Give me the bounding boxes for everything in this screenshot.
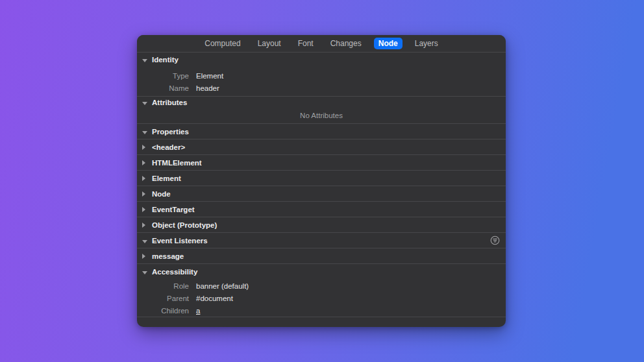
accessibility-parent-row: Parent #document bbox=[137, 292, 506, 304]
chevron-right-icon bbox=[142, 159, 148, 167]
tab-computed[interactable]: Computed bbox=[200, 38, 245, 49]
event-listener-row-message[interactable]: message bbox=[137, 248, 506, 263]
property-row-header-element[interactable]: <header> bbox=[137, 139, 506, 154]
tab-layers[interactable]: Layers bbox=[410, 38, 443, 49]
details-tabbar: Computed Layout Font Changes Node Layers bbox=[137, 35, 506, 53]
chevron-down-icon bbox=[142, 56, 148, 64]
row-label: Object (Prototype) bbox=[152, 221, 217, 229]
section-header-attributes[interactable]: Attributes bbox=[137, 96, 506, 108]
type-label: Type bbox=[137, 72, 189, 80]
identity-content: Type Element Name header bbox=[137, 67, 506, 96]
parent-value: #document bbox=[196, 295, 233, 302]
property-row-node[interactable]: Node bbox=[137, 186, 506, 201]
tab-node[interactable]: Node bbox=[374, 38, 402, 49]
row-label: Node bbox=[152, 190, 171, 198]
section-title: Properties bbox=[152, 128, 189, 136]
type-value: Element bbox=[196, 72, 223, 80]
chevron-right-icon bbox=[142, 175, 148, 182]
property-row-eventtarget[interactable]: EventTarget bbox=[137, 201, 506, 217]
chevron-right-icon bbox=[142, 252, 148, 260]
section-title: Event Listeners bbox=[152, 237, 208, 245]
row-label: EventTarget bbox=[152, 206, 195, 213]
property-row-object-prototype[interactable]: Object (Prototype) bbox=[137, 217, 506, 232]
accessibility-content: Role banner (default) Parent #document C… bbox=[137, 279, 506, 317]
parent-label: Parent bbox=[137, 295, 189, 302]
identity-type-row: Type Element bbox=[137, 69, 506, 82]
role-label: Role bbox=[137, 282, 189, 290]
tab-changes[interactable]: Changes bbox=[326, 38, 366, 49]
row-label: <header> bbox=[152, 143, 185, 151]
inspector-details-panel: Computed Layout Font Changes Node Layers… bbox=[137, 35, 506, 327]
role-value: banner (default) bbox=[196, 282, 249, 290]
name-label: Name bbox=[137, 84, 189, 92]
section-header-event-listeners[interactable]: Event Listeners bbox=[137, 232, 506, 248]
chevron-down-icon bbox=[142, 128, 148, 136]
tab-font[interactable]: Font bbox=[293, 38, 318, 49]
chevron-down-icon bbox=[142, 99, 148, 106]
chevron-right-icon bbox=[142, 206, 148, 213]
accessibility-role-row: Role banner (default) bbox=[137, 280, 506, 292]
chevron-right-icon bbox=[142, 190, 148, 198]
row-label: message bbox=[152, 252, 184, 260]
chevron-down-icon bbox=[142, 237, 148, 245]
row-label: HTMLElement bbox=[152, 159, 202, 167]
children-label: Children bbox=[137, 307, 189, 315]
section-title: Attributes bbox=[152, 99, 187, 106]
section-header-properties[interactable]: Properties bbox=[137, 123, 506, 139]
accessibility-children-row: Children a bbox=[137, 304, 506, 317]
section-title: Identity bbox=[152, 56, 179, 64]
children-node-link[interactable]: a bbox=[196, 307, 200, 315]
row-label: Element bbox=[152, 175, 181, 182]
section-header-accessibility[interactable]: Accessibility bbox=[137, 263, 506, 279]
chevron-right-icon bbox=[142, 143, 148, 151]
property-row-htmlelement[interactable]: HTMLElement bbox=[137, 154, 506, 170]
attributes-content: No Attributes bbox=[137, 108, 506, 123]
chevron-right-icon bbox=[142, 221, 148, 229]
name-value: header bbox=[196, 84, 219, 92]
filter-icon[interactable] bbox=[489, 235, 500, 246]
identity-name-row: Name header bbox=[137, 82, 506, 94]
section-title: Accessibility bbox=[152, 268, 197, 276]
tab-layout[interactable]: Layout bbox=[253, 38, 286, 49]
section-header-identity[interactable]: Identity bbox=[137, 53, 506, 67]
panel-bottom-spacer bbox=[137, 317, 506, 327]
property-row-element[interactable]: Element bbox=[137, 170, 506, 186]
no-attributes-text: No Attributes bbox=[300, 112, 343, 119]
chevron-down-icon bbox=[142, 268, 148, 276]
